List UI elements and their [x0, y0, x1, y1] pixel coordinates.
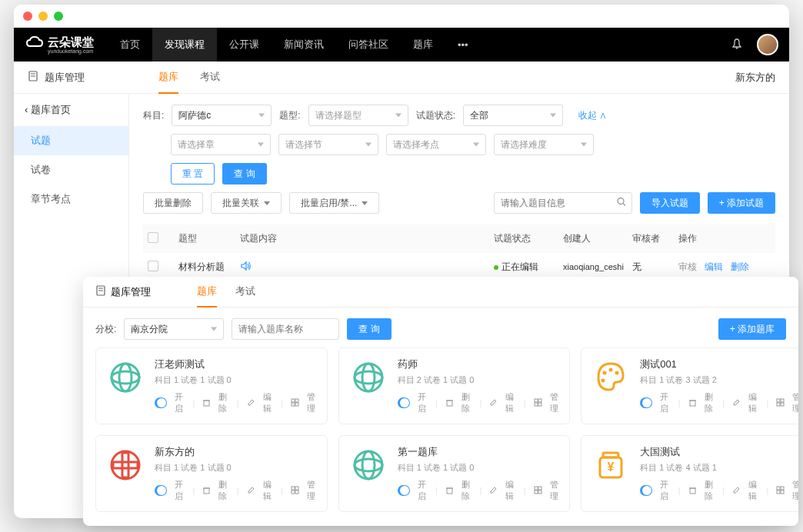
sidebar-back[interactable]: ‹ 题库首页: [14, 94, 128, 126]
section-select[interactable]: 请选择节: [278, 134, 378, 155]
point-select[interactable]: 请选择考点: [386, 134, 486, 155]
type-select[interactable]: 请选择题型: [308, 105, 408, 126]
grid-icon[interactable]: [534, 486, 542, 496]
edit-link[interactable]: 编辑: [505, 391, 516, 414]
bank-card[interactable]: 汪老师测试科目 1 试卷 1 试题 0开启|删除|编辑|管理: [95, 347, 328, 424]
school-select[interactable]: 南京分院: [124, 318, 224, 340]
sidebar-item-2[interactable]: 章节考点: [14, 185, 128, 214]
edit-link[interactable]: 编辑: [748, 479, 759, 502]
manage-link[interactable]: 管理: [792, 391, 798, 414]
add-question-button[interactable]: + 添加试题: [708, 192, 775, 214]
subject-select[interactable]: 阿萨德c: [172, 105, 272, 126]
chapter-select[interactable]: 请选择章: [171, 134, 271, 155]
bank-card[interactable]: ¥大国测试科目 1 试卷 4 试题 1开启|删除|编辑|管理: [581, 435, 798, 512]
bulk-link-button[interactable]: 批量关联: [211, 192, 282, 214]
edit-link[interactable]: 编辑: [263, 479, 274, 502]
delete-link[interactable]: 删除: [461, 479, 472, 502]
query-button-2[interactable]: 查 询: [347, 318, 391, 340]
card-meta: 科目 1: [155, 375, 178, 384]
delete-link[interactable]: 删除: [705, 391, 715, 414]
svg-point-27: [609, 368, 613, 372]
maximize-icon[interactable]: [54, 12, 63, 21]
delete-link[interactable]: 删除: [705, 479, 715, 502]
delete-link[interactable]: 删除: [461, 391, 472, 414]
bank-card[interactable]: 新东方的科目 1 试卷 1 试题 0开启|删除|编辑|管理: [95, 435, 328, 512]
edit-icon[interactable]: [732, 486, 741, 496]
row-checkbox[interactable]: [148, 261, 158, 271]
nav-item-2[interactable]: 公开课: [217, 28, 272, 62]
edit-link[interactable]: 编辑: [263, 391, 274, 414]
minimize-icon[interactable]: [38, 12, 48, 21]
grid-icon[interactable]: [776, 398, 785, 408]
edit-icon[interactable]: [247, 398, 255, 408]
delete-link[interactable]: 删除: [218, 391, 229, 414]
avatar[interactable]: [757, 34, 778, 55]
bank-name-input[interactable]: [232, 318, 339, 340]
overlay-tab-考试[interactable]: 考试: [235, 277, 255, 308]
checkbox-all[interactable]: [148, 232, 158, 243]
trash-icon[interactable]: [202, 486, 211, 496]
grid-icon[interactable]: [534, 398, 542, 408]
bulk-delete-button[interactable]: 批量删除: [143, 192, 203, 214]
status-select[interactable]: 全部: [463, 105, 563, 126]
collapse-link[interactable]: 收起 ∧: [578, 109, 607, 122]
tab-题库[interactable]: 题库: [158, 62, 178, 94]
card-meta: 试卷 1: [424, 463, 448, 472]
edit-link[interactable]: 编辑: [505, 479, 516, 502]
reset-button[interactable]: 重 置: [171, 163, 215, 185]
bank-card[interactable]: 药师科目 2 试卷 1 试题 0开启|删除|编辑|管理: [338, 347, 571, 424]
nav-item-0[interactable]: 首页: [108, 28, 152, 62]
manage-link[interactable]: 管理: [550, 391, 561, 414]
trash-icon[interactable]: [688, 486, 697, 496]
nav-more[interactable]: •••: [445, 28, 481, 62]
nav-item-1[interactable]: 发现课程: [152, 28, 217, 62]
bell-icon[interactable]: [731, 38, 743, 52]
toggle-switch[interactable]: [640, 485, 652, 496]
bank-card[interactable]: 测试001科目 1 试卷 3 试题 2开启|删除|编辑|管理: [581, 347, 798, 424]
logo[interactable]: 云朵课堂 yunduoketang.com: [25, 35, 94, 55]
edit-link[interactable]: 编辑: [748, 391, 759, 414]
sidebar-item-1[interactable]: 试卷: [14, 155, 128, 185]
toggle-switch[interactable]: [640, 397, 652, 408]
edit-icon[interactable]: [489, 398, 498, 408]
search-icon[interactable]: [617, 198, 626, 209]
grid-icon[interactable]: [776, 486, 785, 496]
edit-icon[interactable]: [247, 486, 255, 496]
nav-item-4[interactable]: 问答社区: [336, 28, 401, 62]
trash-icon[interactable]: [445, 398, 454, 408]
manage-link[interactable]: 管理: [550, 479, 561, 502]
toggle-switch[interactable]: [398, 397, 410, 408]
manage-link[interactable]: 管理: [792, 479, 798, 502]
nav-item-5[interactable]: 题库: [401, 28, 445, 62]
add-bank-button[interactable]: + 添加题库: [718, 318, 786, 340]
query-button[interactable]: 查 询: [222, 163, 266, 185]
op-delete[interactable]: 删除: [731, 261, 749, 274]
grid-icon[interactable]: [291, 398, 299, 408]
bulk-toggle-button[interactable]: 批量启用/禁...: [289, 192, 379, 214]
trash-icon[interactable]: [688, 398, 697, 408]
bank-card[interactable]: 第一题库科目 1 试卷 1 试题 0开启|删除|编辑|管理: [338, 435, 571, 512]
op-edit[interactable]: 编辑: [705, 261, 723, 274]
col-content: 试题内容: [240, 232, 494, 245]
trash-icon[interactable]: [202, 398, 211, 408]
edit-icon[interactable]: [732, 398, 741, 408]
sidebar-item-0[interactable]: 试题: [14, 126, 128, 155]
toggle-switch[interactable]: [155, 397, 167, 408]
search-input[interactable]: [494, 192, 632, 214]
question-table: 题型 试题内容 试题状态 创建人 审核者 操作 材料分析题正在编辑xiaoqia…: [143, 224, 775, 281]
audio-icon[interactable]: [240, 263, 251, 274]
manage-link[interactable]: 管理: [307, 479, 318, 502]
grid-icon[interactable]: [291, 486, 299, 496]
manage-link[interactable]: 管理: [307, 391, 318, 414]
toggle-switch[interactable]: [155, 485, 167, 496]
toggle-switch[interactable]: [398, 485, 410, 496]
tab-考试[interactable]: 考试: [200, 62, 220, 94]
close-icon[interactable]: [23, 12, 32, 21]
delete-link[interactable]: 删除: [218, 479, 229, 502]
edit-icon[interactable]: [489, 486, 498, 496]
nav-item-3[interactable]: 新闻资讯: [272, 28, 336, 62]
overlay-tab-题库[interactable]: 题库: [197, 277, 217, 308]
import-button[interactable]: 导入试题: [640, 192, 700, 214]
difficulty-select[interactable]: 请选择难度: [494, 134, 594, 155]
trash-icon[interactable]: [445, 486, 454, 496]
